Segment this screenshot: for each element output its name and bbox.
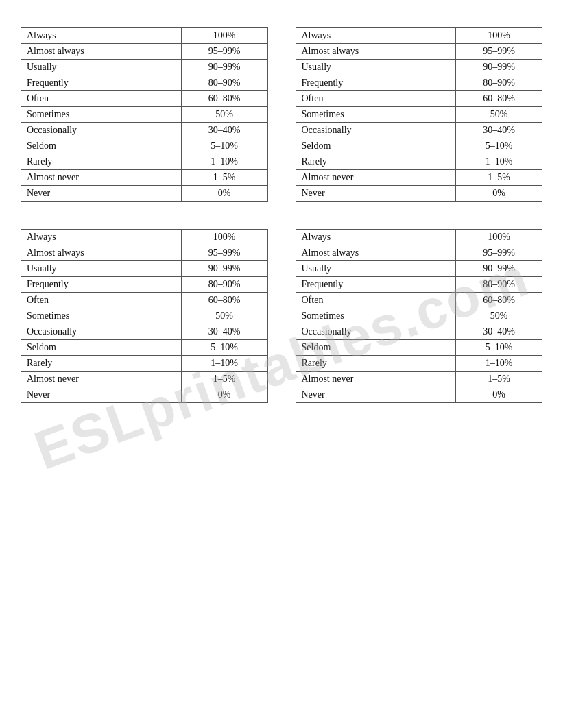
table-row: Almost never1–5% (21, 372, 268, 387)
frequency-table-3: Always100%Almost always95–99%Usually90–9… (21, 229, 268, 403)
table-row: Never0% (296, 387, 542, 403)
table-row: Never0% (296, 186, 542, 202)
term-cell: Usually (296, 261, 456, 277)
term-cell: Always (21, 230, 182, 245)
percent-cell: 60–80% (181, 293, 267, 308)
term-cell: Frequently (296, 75, 456, 91)
percent-cell: 60–80% (181, 91, 267, 107)
percent-cell: 95–99% (181, 44, 267, 60)
table-row: Often60–80% (296, 293, 542, 308)
term-cell: Almost never (296, 372, 456, 387)
frequency-table-2: Always100%Almost always95–99%Usually90–9… (296, 27, 543, 202)
term-cell: Often (21, 91, 182, 107)
percent-cell: 90–99% (181, 261, 267, 277)
percent-cell: 1–5% (181, 170, 267, 186)
percent-cell: 90–99% (456, 60, 542, 75)
table-row: Almost never1–5% (296, 170, 542, 186)
term-cell: Never (21, 387, 182, 403)
percent-cell: 95–99% (456, 245, 542, 261)
percent-cell: 1–5% (456, 170, 542, 186)
page: ESLprintables.com Always100%Almost alway… (0, 0, 563, 728)
term-cell: Frequently (21, 75, 182, 91)
term-cell: Almost never (21, 170, 182, 186)
table-row: Rarely1–10% (296, 154, 542, 170)
table-row: Never0% (21, 186, 268, 202)
term-cell: Seldom (21, 138, 182, 154)
percent-cell: 30–40% (181, 123, 267, 138)
percent-cell: 1–5% (181, 372, 267, 387)
percent-cell: 0% (181, 387, 267, 403)
term-cell: Almost always (296, 44, 456, 60)
percent-cell: 80–90% (456, 277, 542, 293)
table-row: Rarely1–10% (21, 356, 268, 372)
table-row: Always100% (21, 28, 268, 44)
table-row: Almost always95–99% (21, 44, 268, 60)
term-cell: Rarely (296, 356, 456, 372)
table-row: Rarely1–10% (21, 154, 268, 170)
term-cell: Frequently (296, 277, 456, 293)
table-row: Occasionally30–40% (296, 123, 542, 138)
term-cell: Always (296, 28, 456, 44)
table-row: Sometimes50% (21, 107, 268, 123)
table-row: Frequently80–90% (21, 277, 268, 293)
table-row: Sometimes50% (21, 308, 268, 324)
percent-cell: 100% (181, 28, 267, 44)
term-cell: Never (21, 186, 182, 202)
table-row: Seldom5–10% (296, 138, 542, 154)
table-row: Sometimes50% (296, 308, 542, 324)
percent-cell: 5–10% (181, 138, 267, 154)
table-row: Seldom5–10% (21, 340, 268, 356)
term-cell: Seldom (296, 340, 456, 356)
term-cell: Seldom (296, 138, 456, 154)
term-cell: Frequently (21, 277, 182, 293)
table-row: Occasionally30–40% (21, 324, 268, 340)
percent-cell: 0% (181, 186, 267, 202)
term-cell: Usually (21, 60, 182, 75)
percent-cell: 90–99% (456, 261, 542, 277)
table-row: Seldom5–10% (296, 340, 542, 356)
term-cell: Occasionally (21, 123, 182, 138)
table-row: Almost always95–99% (296, 245, 542, 261)
percent-cell: 1–10% (456, 154, 542, 170)
percent-cell: 50% (456, 107, 542, 123)
percent-cell: 1–10% (456, 356, 542, 372)
table-row: Usually90–99% (21, 60, 268, 75)
term-cell: Often (296, 91, 456, 107)
term-cell: Sometimes (296, 308, 456, 324)
percent-cell: 1–10% (181, 356, 267, 372)
table-row: Frequently80–90% (296, 75, 542, 91)
percent-cell: 80–90% (181, 277, 267, 293)
term-cell: Often (21, 293, 182, 308)
percent-cell: 30–40% (456, 123, 542, 138)
table-row: Rarely1–10% (296, 356, 542, 372)
frequency-table-1: Always100%Almost always95–99%Usually90–9… (21, 27, 268, 202)
table-row: Occasionally30–40% (296, 324, 542, 340)
table-row: Always100% (296, 28, 542, 44)
percent-cell: 95–99% (181, 245, 267, 261)
term-cell: Often (296, 293, 456, 308)
term-cell: Sometimes (296, 107, 456, 123)
term-cell: Rarely (21, 154, 182, 170)
percent-cell: 60–80% (456, 293, 542, 308)
term-cell: Usually (21, 261, 182, 277)
term-cell: Almost never (21, 372, 182, 387)
term-cell: Almost never (296, 170, 456, 186)
term-cell: Seldom (21, 340, 182, 356)
table-row: Often60–80% (21, 91, 268, 107)
table-row: Almost always95–99% (21, 245, 268, 261)
term-cell: Sometimes (21, 308, 182, 324)
table-row: Often60–80% (296, 91, 542, 107)
table-row: Always100% (21, 230, 268, 245)
percent-cell: 30–40% (456, 324, 542, 340)
percent-cell: 90–99% (181, 60, 267, 75)
tables-grid: Always100%Almost always95–99%Usually90–9… (21, 27, 542, 403)
percent-cell: 80–90% (181, 75, 267, 91)
term-cell: Occasionally (296, 324, 456, 340)
term-cell: Sometimes (21, 107, 182, 123)
percent-cell: 50% (181, 308, 267, 324)
table-row: Often60–80% (21, 293, 268, 308)
term-cell: Occasionally (21, 324, 182, 340)
percent-cell: 5–10% (456, 340, 542, 356)
percent-cell: 100% (456, 230, 542, 245)
table-row: Occasionally30–40% (21, 123, 268, 138)
